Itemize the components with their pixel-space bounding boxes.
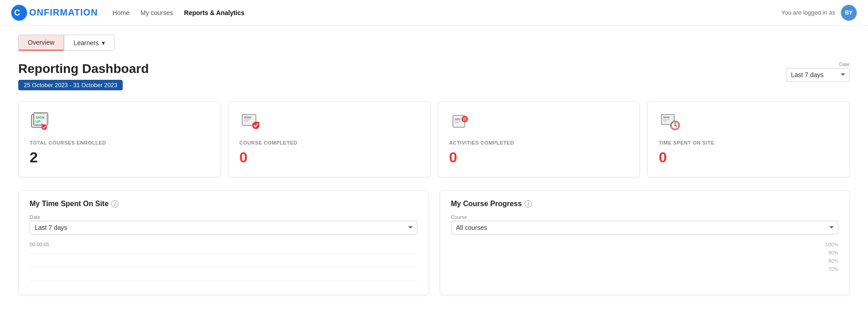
logo-icon: C xyxy=(11,5,27,21)
stat-label-enrolled: TOTAL COURSES ENROLLED xyxy=(30,140,209,145)
svg-text:C: C xyxy=(14,8,20,17)
time-spent-chart xyxy=(30,249,417,285)
stat-value-time-spent: 0 xyxy=(659,149,838,166)
svg-text:UP: UP xyxy=(36,119,41,124)
y-tick-80: 80% xyxy=(828,258,838,264)
stat-label-activities: ACTIVITIES COMPLETED xyxy=(449,140,629,145)
nav-reports[interactable]: Reports & Analytics xyxy=(184,9,245,16)
header-right: You are logged in as BY xyxy=(781,5,857,21)
tab-learners[interactable]: Learners ▾ xyxy=(64,35,114,51)
svg-text:SIGN: SIGN xyxy=(36,115,45,119)
date-range-badge: 25 October 2023 - 31 October 2023 xyxy=(18,80,123,90)
svg-point-17 xyxy=(464,118,466,120)
stat-card-enrolled: SIGN UP TOTAL COURSES ENROLLED 2 xyxy=(18,101,221,177)
tab-bar: Overview Learners ▾ xyxy=(18,35,850,51)
main-nav: Home My courses Reports & Analytics xyxy=(113,9,781,16)
header: C ONFIRMATION Home My courses Reports & … xyxy=(0,0,868,26)
chevron-down-icon: ▾ xyxy=(102,39,105,47)
course-progress-filter-label: Course xyxy=(451,214,839,220)
logo-text: ONFIRMATION xyxy=(29,7,98,18)
y-tick-70: 70% xyxy=(828,266,838,272)
main-content: Overview Learners ▾ Reporting Dashboard … xyxy=(0,26,868,304)
course-progress-panel-title: My Course Progress xyxy=(451,200,522,208)
y-tick-100: 100% xyxy=(826,242,838,247)
course-progress-filter: Course All courses xyxy=(451,214,839,234)
stat-label-time-spent: TIME SPENT ON SITE xyxy=(659,140,838,145)
svg-point-13 xyxy=(258,122,260,124)
svg-point-29 xyxy=(675,125,676,126)
nav-my-courses[interactable]: My courses xyxy=(140,9,173,16)
chart-y-axis: 100% 90% 80% 70% xyxy=(451,242,839,272)
logged-in-text: You are logged in as xyxy=(781,9,835,16)
date-filter-label: Date xyxy=(839,62,850,67)
time-spent-filter: Date Last 7 days Last 30 days Last 90 da… xyxy=(30,214,417,234)
dashboard-title-block: Reporting Dashboard 25 October 2023 - 31… xyxy=(18,62,149,90)
date-filter-block: Date Last 7 days Last 30 days Last 90 da… xyxy=(786,62,850,82)
logo: C ONFIRMATION xyxy=(11,5,98,21)
course-progress-panel-header: My Course Progress i xyxy=(451,200,839,208)
time-spent-panel-header: My Time Spent On Site i xyxy=(30,200,417,208)
stat-card-activities: ACTIVITIES COMPLETED 0 xyxy=(438,101,640,177)
time-spent-filter-select[interactable]: Last 7 days Last 30 days Last 90 days xyxy=(30,221,417,234)
time-spent-icon xyxy=(659,111,681,133)
stat-cards-grid: SIGN UP TOTAL COURSES ENROLLED 2 xyxy=(18,101,850,177)
time-spent-chart-y-label: 00:00:05 xyxy=(30,242,417,247)
bottom-panels: My Time Spent On Site i Date Last 7 days… xyxy=(18,190,850,295)
activities-completed-icon xyxy=(449,111,471,133)
stat-label-course-completed: COURSE COMPLETED xyxy=(239,140,419,145)
stat-card-time-spent: TIME SPENT ON SITE 0 xyxy=(647,101,850,177)
course-progress-chart: 100% 90% 80% 70% xyxy=(451,242,839,278)
dashboard-header: Reporting Dashboard 25 October 2023 - 31… xyxy=(18,62,850,90)
course-progress-filter-select[interactable]: All courses xyxy=(451,221,839,234)
avatar[interactable]: BY xyxy=(841,5,857,21)
stat-value-course-completed: 0 xyxy=(239,149,419,166)
nav-home[interactable]: Home xyxy=(113,9,130,16)
time-spent-panel: My Time Spent On Site i Date Last 7 days… xyxy=(18,190,429,295)
course-progress-panel: My Course Progress i Course All courses … xyxy=(440,190,850,295)
dashboard-title: Reporting Dashboard xyxy=(18,62,149,76)
stat-card-course-completed: COURSE COMPLETED 0 xyxy=(228,101,431,177)
course-progress-info-icon: i xyxy=(525,200,532,208)
y-tick-90: 90% xyxy=(828,250,838,255)
course-completed-icon xyxy=(239,111,261,133)
stat-value-activities: 0 xyxy=(449,149,629,166)
date-filter-select[interactable]: Last 7 days Last 30 days Last 90 days Cu… xyxy=(786,68,850,82)
signup-icon: SIGN UP xyxy=(30,111,52,133)
stat-value-enrolled: 2 xyxy=(30,149,209,166)
tab-overview[interactable]: Overview xyxy=(18,35,64,51)
time-spent-panel-title: My Time Spent On Site xyxy=(30,200,109,208)
time-spent-filter-label: Date xyxy=(30,214,417,220)
time-spent-info-icon: i xyxy=(111,200,119,208)
